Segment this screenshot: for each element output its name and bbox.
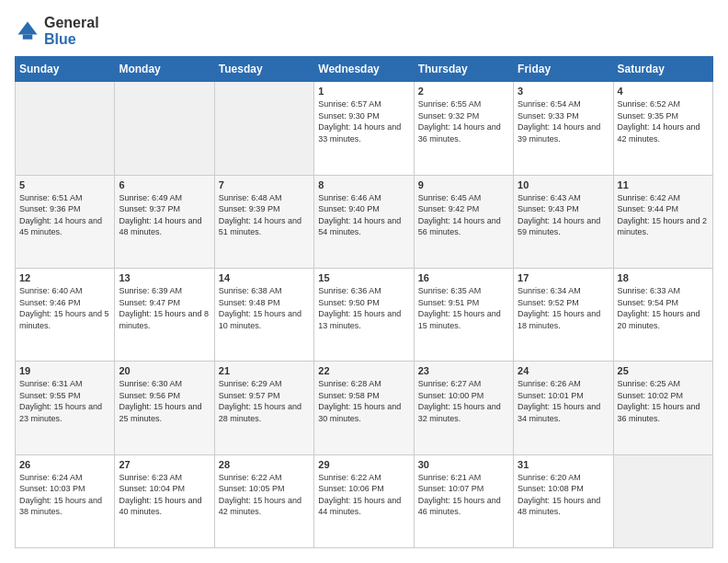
calendar-cell: 31Sunrise: 6:20 AMSunset: 10:08 PMDaylig… bbox=[514, 454, 613, 547]
calendar-cell: 23Sunrise: 6:27 AMSunset: 10:00 PMDaylig… bbox=[414, 362, 513, 454]
calendar-cell: 2Sunrise: 6:55 AMSunset: 9:32 PMDaylight… bbox=[414, 82, 513, 175]
day-number: 24 bbox=[518, 365, 609, 376]
day-number: 3 bbox=[518, 86, 609, 97]
day-number: 12 bbox=[19, 272, 110, 283]
day-number: 16 bbox=[418, 272, 509, 283]
calendar-cell: 24Sunrise: 6:26 AMSunset: 10:01 PMDaylig… bbox=[514, 362, 613, 454]
weekday-header-monday: Monday bbox=[115, 57, 214, 82]
calendar-cell: 14Sunrise: 6:38 AMSunset: 9:48 PMDayligh… bbox=[214, 268, 313, 361]
cell-info: Sunrise: 6:45 AMSunset: 9:42 PMDaylight:… bbox=[418, 192, 509, 238]
calendar-cell bbox=[613, 454, 712, 547]
weekday-header-row: SundayMondayTuesdayWednesdayThursdayFrid… bbox=[16, 57, 713, 82]
logo: General Blue bbox=[15, 15, 99, 47]
cell-info: Sunrise: 6:38 AMSunset: 9:48 PMDaylight:… bbox=[219, 285, 310, 331]
calendar-cell: 15Sunrise: 6:36 AMSunset: 9:50 PMDayligh… bbox=[314, 268, 414, 361]
calendar-cell: 21Sunrise: 6:29 AMSunset: 9:57 PMDayligh… bbox=[214, 362, 313, 454]
cell-info: Sunrise: 6:28 AMSunset: 9:58 PMDaylight:… bbox=[318, 378, 409, 424]
calendar-cell: 22Sunrise: 6:28 AMSunset: 9:58 PMDayligh… bbox=[314, 362, 414, 454]
day-number: 29 bbox=[318, 459, 409, 470]
cell-info: Sunrise: 6:52 AMSunset: 9:35 PMDaylight:… bbox=[618, 98, 709, 144]
week-row-5: 26Sunrise: 6:24 AMSunset: 10:03 PMDaylig… bbox=[16, 454, 713, 547]
day-number: 25 bbox=[618, 365, 709, 376]
cell-info: Sunrise: 6:29 AMSunset: 9:57 PMDaylight:… bbox=[219, 378, 310, 424]
day-number: 17 bbox=[518, 272, 609, 283]
calendar-cell: 29Sunrise: 6:22 AMSunset: 10:06 PMDaylig… bbox=[314, 454, 414, 547]
day-number: 18 bbox=[618, 272, 709, 283]
week-row-2: 5Sunrise: 6:51 AMSunset: 9:36 PMDaylight… bbox=[16, 175, 713, 268]
weekday-header-sunday: Sunday bbox=[16, 57, 115, 82]
cell-info: Sunrise: 6:49 AMSunset: 9:37 PMDaylight:… bbox=[119, 192, 210, 238]
cell-info: Sunrise: 6:35 AMSunset: 9:51 PMDaylight:… bbox=[418, 285, 509, 331]
calendar-cell bbox=[214, 82, 313, 175]
cell-info: Sunrise: 6:21 AMSunset: 10:07 PMDaylight… bbox=[418, 472, 509, 518]
day-number: 2 bbox=[418, 86, 509, 97]
cell-info: Sunrise: 6:39 AMSunset: 9:47 PMDaylight:… bbox=[119, 285, 210, 331]
cell-info: Sunrise: 6:36 AMSunset: 9:50 PMDaylight:… bbox=[318, 285, 409, 331]
calendar-cell: 27Sunrise: 6:23 AMSunset: 10:04 PMDaylig… bbox=[115, 454, 214, 547]
cell-info: Sunrise: 6:30 AMSunset: 9:56 PMDaylight:… bbox=[119, 378, 210, 424]
calendar-table: SundayMondayTuesdayWednesdayThursdayFrid… bbox=[15, 56, 713, 548]
day-number: 4 bbox=[618, 86, 709, 97]
day-number: 19 bbox=[19, 365, 110, 376]
cell-info: Sunrise: 6:48 AMSunset: 9:39 PMDaylight:… bbox=[219, 192, 310, 238]
day-number: 27 bbox=[119, 459, 210, 470]
day-number: 14 bbox=[219, 272, 310, 283]
week-row-3: 12Sunrise: 6:40 AMSunset: 9:46 PMDayligh… bbox=[16, 268, 713, 361]
calendar-cell: 25Sunrise: 6:25 AMSunset: 10:02 PMDaylig… bbox=[613, 362, 712, 454]
calendar-cell: 4Sunrise: 6:52 AMSunset: 9:35 PMDaylight… bbox=[613, 82, 712, 175]
day-number: 5 bbox=[19, 179, 110, 190]
calendar-cell: 26Sunrise: 6:24 AMSunset: 10:03 PMDaylig… bbox=[16, 454, 115, 547]
day-number: 28 bbox=[219, 459, 310, 470]
page: General Blue SundayMondayTuesdayWednesda… bbox=[0, 0, 728, 563]
day-number: 13 bbox=[119, 272, 210, 283]
calendar-cell: 11Sunrise: 6:42 AMSunset: 9:44 PMDayligh… bbox=[613, 175, 712, 268]
calendar-cell: 12Sunrise: 6:40 AMSunset: 9:46 PMDayligh… bbox=[16, 268, 115, 361]
logo-line2: Blue bbox=[44, 31, 99, 48]
cell-info: Sunrise: 6:31 AMSunset: 9:55 PMDaylight:… bbox=[19, 378, 110, 424]
day-number: 30 bbox=[418, 459, 509, 470]
weekday-header-wednesday: Wednesday bbox=[314, 57, 414, 82]
cell-info: Sunrise: 6:57 AMSunset: 9:30 PMDaylight:… bbox=[318, 98, 409, 144]
calendar-cell: 8Sunrise: 6:46 AMSunset: 9:40 PMDaylight… bbox=[314, 175, 414, 268]
day-number: 7 bbox=[219, 179, 310, 190]
cell-info: Sunrise: 6:51 AMSunset: 9:36 PMDaylight:… bbox=[19, 192, 110, 238]
calendar-cell: 1Sunrise: 6:57 AMSunset: 9:30 PMDaylight… bbox=[314, 82, 414, 175]
cell-info: Sunrise: 6:27 AMSunset: 10:00 PMDaylight… bbox=[418, 378, 509, 424]
svg-marker-0 bbox=[18, 21, 38, 34]
day-number: 9 bbox=[418, 179, 509, 190]
day-number: 26 bbox=[19, 459, 110, 470]
calendar-cell: 10Sunrise: 6:43 AMSunset: 9:43 PMDayligh… bbox=[514, 175, 613, 268]
cell-info: Sunrise: 6:22 AMSunset: 10:06 PMDaylight… bbox=[318, 472, 409, 518]
calendar-cell bbox=[16, 82, 115, 175]
cell-info: Sunrise: 6:20 AMSunset: 10:08 PMDaylight… bbox=[518, 472, 609, 518]
weekday-header-saturday: Saturday bbox=[613, 57, 712, 82]
calendar-cell: 5Sunrise: 6:51 AMSunset: 9:36 PMDaylight… bbox=[16, 175, 115, 268]
weekday-header-friday: Friday bbox=[514, 57, 613, 82]
day-number: 11 bbox=[618, 179, 709, 190]
cell-info: Sunrise: 6:26 AMSunset: 10:01 PMDaylight… bbox=[518, 378, 609, 424]
cell-info: Sunrise: 6:23 AMSunset: 10:04 PMDaylight… bbox=[119, 472, 210, 518]
calendar-cell: 3Sunrise: 6:54 AMSunset: 9:33 PMDaylight… bbox=[514, 82, 613, 175]
cell-info: Sunrise: 6:24 AMSunset: 10:03 PMDaylight… bbox=[19, 472, 110, 518]
calendar-cell: 28Sunrise: 6:22 AMSunset: 10:05 PMDaylig… bbox=[214, 454, 313, 547]
calendar-cell: 6Sunrise: 6:49 AMSunset: 9:37 PMDaylight… bbox=[115, 175, 214, 268]
cell-info: Sunrise: 6:33 AMSunset: 9:54 PMDaylight:… bbox=[618, 285, 709, 331]
week-row-1: 1Sunrise: 6:57 AMSunset: 9:30 PMDaylight… bbox=[16, 82, 713, 175]
day-number: 23 bbox=[418, 365, 509, 376]
header: General Blue bbox=[15, 15, 713, 47]
cell-info: Sunrise: 6:40 AMSunset: 9:46 PMDaylight:… bbox=[19, 285, 110, 331]
calendar-cell: 9Sunrise: 6:45 AMSunset: 9:42 PMDaylight… bbox=[414, 175, 513, 268]
day-number: 10 bbox=[518, 179, 609, 190]
weekday-header-tuesday: Tuesday bbox=[214, 57, 313, 82]
calendar-cell: 30Sunrise: 6:21 AMSunset: 10:07 PMDaylig… bbox=[414, 454, 513, 547]
cell-info: Sunrise: 6:34 AMSunset: 9:52 PMDaylight:… bbox=[518, 285, 609, 331]
day-number: 22 bbox=[318, 365, 409, 376]
cell-info: Sunrise: 6:22 AMSunset: 10:05 PMDaylight… bbox=[219, 472, 310, 518]
week-row-4: 19Sunrise: 6:31 AMSunset: 9:55 PMDayligh… bbox=[16, 362, 713, 454]
day-number: 31 bbox=[518, 459, 609, 470]
calendar-cell: 17Sunrise: 6:34 AMSunset: 9:52 PMDayligh… bbox=[514, 268, 613, 361]
cell-info: Sunrise: 6:55 AMSunset: 9:32 PMDaylight:… bbox=[418, 98, 509, 144]
cell-info: Sunrise: 6:25 AMSunset: 10:02 PMDaylight… bbox=[618, 378, 709, 424]
day-number: 1 bbox=[318, 86, 409, 97]
cell-info: Sunrise: 6:42 AMSunset: 9:44 PMDaylight:… bbox=[618, 192, 709, 238]
